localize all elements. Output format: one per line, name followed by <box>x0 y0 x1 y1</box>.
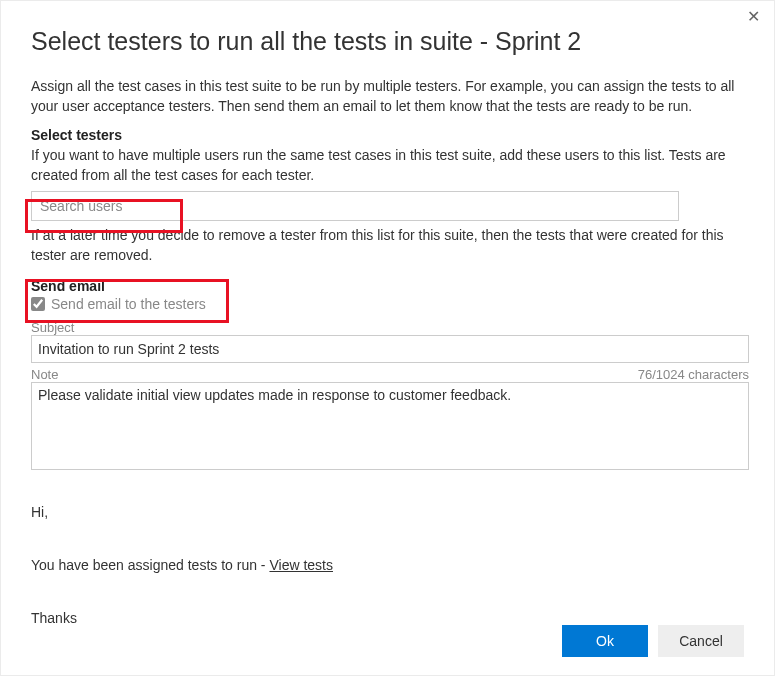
search-users-input[interactable] <box>31 191 679 221</box>
dialog-description: Assign all the test cases in this test s… <box>31 76 744 117</box>
send-email-heading: Send email <box>31 278 744 294</box>
select-testers-dialog: ✕ Select testers to run all the tests in… <box>0 0 775 676</box>
note-textarea[interactable] <box>31 382 749 470</box>
dialog-footer: Ok Cancel <box>562 625 744 657</box>
select-testers-heading: Select testers <box>31 127 744 143</box>
dialog-title: Select testers to run all the tests in s… <box>31 1 744 76</box>
send-email-checkbox-label: Send email to the testers <box>51 296 206 312</box>
email-preview: Hi, You have been assigned tests to run … <box>31 499 744 632</box>
subject-label: Subject <box>31 320 744 335</box>
close-icon: ✕ <box>747 8 760 25</box>
preview-assigned-text: You have been assigned tests to run - <box>31 557 269 573</box>
send-email-checkbox[interactable] <box>31 297 45 311</box>
preview-greeting: Hi, <box>31 499 744 526</box>
cancel-button[interactable]: Cancel <box>658 625 744 657</box>
removal-note: If at a later time you decide to remove … <box>31 225 744 266</box>
view-tests-link[interactable]: View tests <box>269 557 333 573</box>
ok-button[interactable]: Ok <box>562 625 648 657</box>
char-count: 76/1024 characters <box>638 367 749 382</box>
close-button[interactable]: ✕ <box>747 9 760 25</box>
preview-assigned-line: You have been assigned tests to run - Vi… <box>31 552 744 579</box>
subject-input[interactable] <box>31 335 749 363</box>
note-label: Note <box>31 367 58 382</box>
select-testers-helper: If you want to have multiple users run t… <box>31 145 744 186</box>
